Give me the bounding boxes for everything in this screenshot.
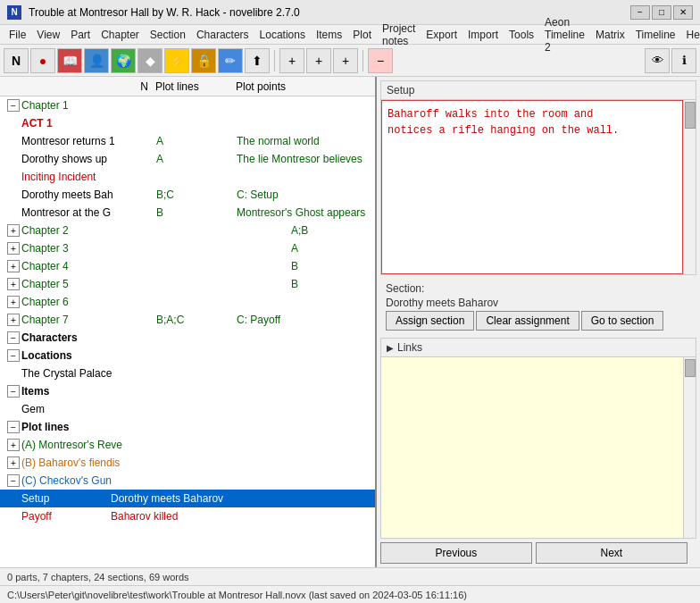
eye-button[interactable]: 👁	[645, 48, 670, 73]
tb-person-button[interactable]: 👤	[84, 48, 109, 73]
expand-chapter3[interactable]: +	[7, 242, 20, 255]
assign-section-button[interactable]: Assign section	[386, 311, 474, 331]
expand-plotline-a[interactable]: +	[7, 439, 20, 451]
expand-chapter1[interactable]: −	[7, 99, 20, 112]
expand-plotlines[interactable]: −	[7, 421, 20, 433]
tree-chapter3[interactable]: + Chapter 3 A	[0, 239, 375, 257]
menu-locations[interactable]: Locations	[254, 27, 311, 43]
menu-export[interactable]: Export	[421, 27, 462, 43]
tree-characters[interactable]: − Characters	[0, 329, 375, 347]
expand-chapter6[interactable]: +	[7, 296, 20, 308]
tree-items[interactable]: − Items	[0, 382, 375, 400]
expand-plotline-c[interactable]: −	[7, 474, 20, 487]
tree-plotlines[interactable]: − Plot lines	[0, 418, 375, 436]
clear-assignment-button[interactable]: Clear assignment	[476, 311, 579, 331]
ch5-plot: B	[291, 278, 371, 290]
links-scrollbar-thumb[interactable]	[685, 359, 696, 377]
tree-plotline-a[interactable]: + (A) Montresor's Reve	[0, 436, 375, 454]
tree-chapter7[interactable]: + Chapter 7 B;A;C C: Payoff	[0, 311, 375, 329]
expand-items[interactable]: −	[7, 385, 20, 398]
status-text: 0 parts, 7 chapters, 24 sections, 69 wor…	[7, 572, 189, 582]
tree-chapter4[interactable]: + Chapter 4 B	[0, 257, 375, 275]
previous-button[interactable]: Previous	[380, 542, 532, 564]
tree[interactable]: − Chapter 1 ACT 1 Montresor returns 1 A …	[0, 96, 375, 567]
tree-act1[interactable]: ACT 1	[0, 114, 375, 132]
menu-items[interactable]: Items	[311, 27, 347, 43]
setup-text-area[interactable]: Baharoff walks into the room and notices…	[381, 100, 683, 274]
section-name-display: Dorothy meets Baharov	[386, 295, 691, 311]
tree-sec2[interactable]: Dorothy shows up A The lie Montresor bel…	[0, 150, 375, 168]
menu-file[interactable]: File	[4, 27, 31, 43]
plotline-a-label: (A) Montresor's Reve	[21, 439, 371, 451]
menu-view[interactable]: View	[31, 27, 65, 43]
tb-dot-button[interactable]: ●	[30, 48, 55, 73]
tb-up-button[interactable]: ⬆	[245, 48, 270, 73]
info-button[interactable]: ℹ	[671, 48, 696, 73]
chapter1-label: Chapter 1	[21, 99, 371, 112]
tb-location-button[interactable]: 🌍	[111, 48, 136, 73]
tb-n-button[interactable]: N	[4, 48, 29, 73]
tree-plotline-b[interactable]: + (B) Baharov's fiendis	[0, 454, 375, 472]
tb-add1-button[interactable]: +	[279, 48, 304, 73]
tree-chapter1[interactable]: − Chapter 1	[0, 96, 375, 114]
tree-sec4[interactable]: Montresor at the G B Montresor's Ghost a…	[0, 204, 375, 222]
menu-section[interactable]: Section	[145, 27, 191, 43]
menu-project-notes[interactable]: Project notes	[377, 21, 421, 49]
expand-locations[interactable]: −	[7, 349, 20, 362]
tb-book-button[interactable]: 📖	[57, 48, 82, 73]
tree-locations[interactable]: − Locations	[0, 347, 375, 364]
expand-chapter7[interactable]: +	[7, 314, 20, 326]
chapter6-label: Chapter 6	[21, 296, 371, 308]
tree-sec1[interactable]: Montresor returns 1 A The normal world	[0, 132, 375, 150]
menu-plot[interactable]: Plot	[347, 27, 377, 43]
expand-chapter5[interactable]: +	[7, 278, 20, 290]
chapter2-label: Chapter 2	[21, 224, 291, 237]
tree-chapter6[interactable]: + Chapter 6	[0, 293, 375, 311]
expand-chapter2[interactable]: +	[7, 224, 20, 237]
tb-items-button[interactable]: ◆	[138, 48, 162, 73]
tb-pencil-button[interactable]: ✏	[218, 48, 243, 73]
maximize-button[interactable]: □	[652, 5, 671, 20]
tree-plotline-c[interactable]: − (C) Checkov's Gun	[0, 472, 375, 490]
menu-timeline[interactable]: Timeline	[630, 27, 681, 43]
window-title: Trouble at Montresor Hall by W. R. Hack …	[29, 6, 300, 19]
col-points-header: Plot points	[236, 80, 371, 93]
ch3-plot: A	[291, 242, 371, 255]
menu-aeon[interactable]: Aeon Timeline 2	[539, 14, 590, 55]
tree-gem[interactable]: Gem	[0, 400, 375, 418]
toolbar: N ● 📖 👤 🌍 ◆ ⚡ 🔒 ✏ ⬆ + + + − 👁 ℹ	[0, 45, 700, 77]
tree-sec3[interactable]: Dorothy meets Bah B;C C: Setup	[0, 186, 375, 204]
menu-import[interactable]: Import	[462, 27, 504, 43]
setup-scrollbar[interactable]	[683, 100, 696, 274]
close-button[interactable]: ✕	[673, 5, 693, 20]
menu-help[interactable]: Help	[681, 27, 700, 43]
goto-section-button[interactable]: Go to section	[581, 311, 664, 331]
setup-scrollbar-thumb[interactable]	[685, 102, 696, 129]
tb-add3-button[interactable]: +	[333, 48, 358, 73]
tree-incident[interactable]: Inciting Incident	[0, 168, 375, 186]
section-colon-label: Section:	[386, 282, 424, 295]
menu-tools[interactable]: Tools	[504, 27, 539, 43]
next-button[interactable]: Next	[536, 542, 688, 564]
tb-add2-button[interactable]: +	[306, 48, 331, 73]
tree-payoff[interactable]: Payoff Baharov killed	[0, 507, 375, 525]
menu-part[interactable]: Part	[65, 27, 96, 43]
sec1-plot: A	[156, 135, 237, 147]
tb-minus-button[interactable]: −	[368, 48, 393, 73]
menu-characters[interactable]: Characters	[191, 27, 254, 43]
tree-chapter5[interactable]: + Chapter 5 B	[0, 275, 375, 293]
ch2-plot: A;B	[291, 224, 371, 237]
menu-chapter[interactable]: Chapter	[96, 27, 145, 43]
tb-lock-button[interactable]: 🔒	[191, 48, 216, 73]
expand-plotline-b[interactable]: +	[7, 456, 20, 469]
expand-chapter4[interactable]: +	[7, 260, 20, 272]
menu-matrix[interactable]: Matrix	[590, 27, 630, 43]
tree-setup[interactable]: Setup Dorothy meets Baharov	[0, 490, 375, 507]
expand-characters[interactable]: −	[7, 331, 20, 344]
minimize-button[interactable]: −	[630, 5, 650, 20]
tb-flash-button[interactable]: ⚡	[164, 48, 189, 73]
tree-chapter2[interactable]: + Chapter 2 A;B	[0, 222, 375, 239]
links-scrollbar[interactable]	[683, 357, 696, 538]
links-header: ▶ Links	[381, 339, 696, 357]
tree-crystal-palace[interactable]: The Crystal Palace	[0, 364, 375, 382]
